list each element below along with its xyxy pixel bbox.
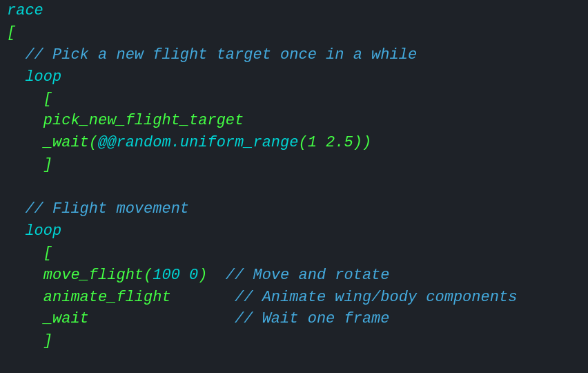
code-line: move_flight(100 0) // Move and rotate [7,265,574,287]
code-line: // Flight movement [7,198,574,220]
code-token [7,200,25,218]
code-token: @@random.uniform_range [98,134,298,151]
code-line: pick_new_flight_target [7,110,574,132]
code-token: loop [7,222,61,240]
code-token: ] [7,156,52,173]
code-line: ] [7,154,574,176]
code-line: ] [7,330,574,352]
code-token: )) [353,134,371,151]
code-token: loop [7,68,61,86]
code-token: // Flight movement [25,200,189,218]
code-line: [ [7,22,574,44]
code-token: // Pick a new flight target once in a wh… [25,46,417,64]
code-token: _wait [7,310,235,327]
code-token: _wait( [7,134,98,151]
code-token: [ [7,245,52,262]
code-token: 1 2.5 [308,134,353,151]
code-line: _wait(@@random.uniform_range(1 2.5)) [7,132,574,154]
code-token: ) [198,267,226,284]
code-token: pick_new_flight_target [7,112,244,129]
code-token: [ [7,90,52,108]
code-token: animate_flight [7,289,235,306]
code-token: ( [298,134,307,151]
code-token: // Animate wing/body components [235,289,517,306]
code-line: race [7,0,574,22]
code-line: [ [7,242,574,265]
code-token: move_flight( [7,267,153,284]
code-line: // Pick a new flight target once in a wh… [7,44,574,66]
code-token: // Move and rotate [226,267,390,284]
code-line: _wait // Wait one frame [7,308,574,330]
code-lines: race[ // Pick a new flight target once i… [7,0,574,373]
code-token: race [7,2,43,19]
code-token: // Wait one frame [235,310,389,327]
code-line: loop [7,220,574,242]
code-line: animate_flight // Animate wing/body comp… [7,287,574,309]
code-editor: race[ // Pick a new flight target once i… [0,0,588,373]
code-token: [ [7,24,16,41]
code-line [7,176,574,198]
code-token [7,46,25,64]
code-line: loop [7,66,574,88]
code-token: 100 0 [153,267,198,284]
code-line: [ [7,88,574,111]
code-token: ] [7,332,52,350]
code-line [7,352,574,373]
